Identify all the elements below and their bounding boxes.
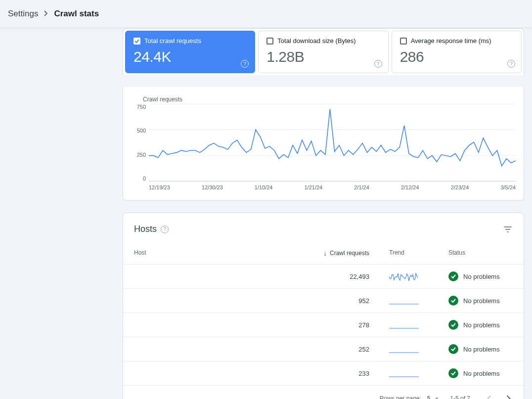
filter-icon[interactable] [503,224,513,234]
col-crawl-requests[interactable]: ↓ Crawl requests [285,249,369,257]
prev-page-button[interactable] [481,391,497,399]
metric-value: 1.28B [266,48,380,65]
cell-crawl-requests: 952 [285,297,369,305]
help-icon[interactable]: ? [241,60,249,68]
chart-y-axis: 7505002500 [131,104,149,181]
col-trend[interactable]: Trend [369,249,434,257]
table-row[interactable]: 952No problems [123,289,524,313]
metrics-row: Total crawl requests24.4K?Total download… [123,28,524,75]
col-status[interactable]: Status [434,249,513,257]
cell-status: No problems [434,271,513,281]
status-text: No problems [463,321,500,329]
cell-trend [369,344,434,354]
rows-per-page-select[interactable]: 5 ▼ [427,395,440,399]
cell-crawl-requests: 22,493 [285,273,369,280]
help-icon[interactable]: ? [374,60,382,68]
check-circle-icon [448,320,458,330]
chart-title: Crawl requests [143,96,516,103]
pagination-range: 1-5 of 7 [450,395,470,399]
cell-status: No problems [434,344,513,354]
hosts-table-header: Host ↓ Crawl requests Trend Status [123,245,524,265]
cell-crawl-requests: 233 [285,370,369,377]
cell-status: No problems [434,296,513,306]
metric-tile-1[interactable]: Total download size (Bytes)1.28B? [258,31,388,73]
cell-trend [369,296,434,306]
table-row[interactable]: 278No problems [123,313,524,337]
metric-value: 24.4K [133,48,247,65]
table-row[interactable]: 22,493No problems [123,265,524,289]
metric-tile-2[interactable]: Average response time (ms)286? [392,31,522,73]
status-text: No problems [463,370,500,377]
breadcrumb-current: Crawl stats [54,9,99,19]
hosts-title: Hosts ? [134,224,169,234]
table-row[interactable]: 233No problems [123,361,524,386]
rows-per-page-label: Rows per page: [380,395,421,399]
breadcrumb: Settings Crawl stats [0,0,532,28]
cell-status: No problems [434,320,513,330]
chevron-right-icon [44,10,48,18]
cell-trend [369,368,434,378]
metric-label: Total download size (Bytes) [277,37,355,44]
crawl-requests-chart [149,104,516,181]
table-pagination: Rows per page: 5 ▼ 1-5 of 7 [123,386,524,399]
col-host[interactable]: Host [134,249,285,257]
status-text: No problems [463,346,500,353]
checkbox-icon [266,38,273,44]
help-icon[interactable]: ? [161,225,169,233]
cell-trend [369,271,434,281]
checkbox-icon [133,38,140,44]
status-text: No problems [463,297,500,305]
cell-crawl-requests: 278 [285,321,369,329]
hosts-card: Hosts ? Host ↓ Crawl requests Trend Stat… [123,213,524,399]
metric-tile-0[interactable]: Total crawl requests24.4K? [125,31,255,73]
checkbox-icon [400,38,407,44]
caret-down-icon: ▼ [434,396,439,399]
table-row[interactable]: 252No problems [123,337,524,361]
metric-value: 286 [400,48,513,65]
sort-desc-icon: ↓ [323,249,327,257]
breadcrumb-parent[interactable]: Settings [8,9,38,19]
status-text: No problems [463,273,500,280]
chart-x-axis: 12/19/2312/30/231/10/241/21/242/1/242/12… [149,184,516,192]
help-icon[interactable]: ? [507,60,515,68]
chart-card: Crawl requests 7505002500 12/19/2312/30/… [123,87,524,201]
metric-label: Total crawl requests [144,37,201,44]
next-page-button[interactable] [501,391,517,399]
check-circle-icon [448,344,458,354]
check-circle-icon [448,296,458,306]
metric-label: Average response time (ms) [411,37,491,44]
cell-status: No problems [434,368,513,378]
cell-crawl-requests: 252 [285,346,369,353]
check-circle-icon [448,271,458,281]
cell-trend [369,320,434,330]
check-circle-icon [448,368,458,378]
